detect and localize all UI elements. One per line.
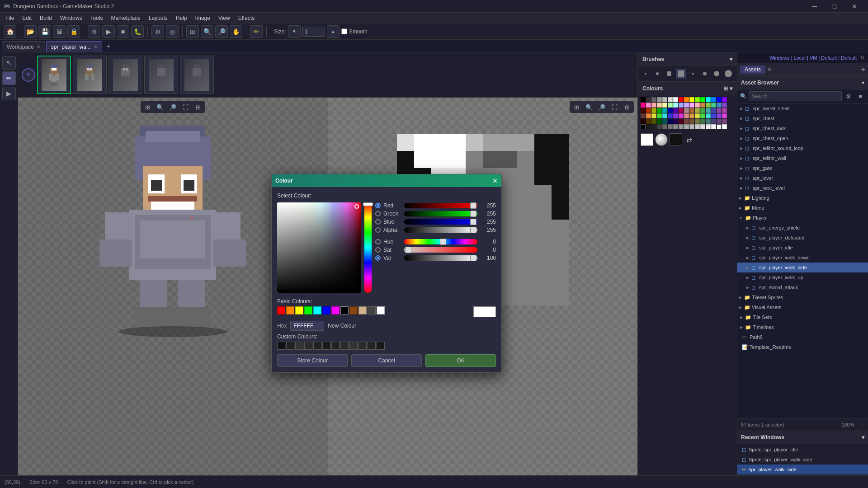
color-swatch[interactable] [700, 113, 705, 118]
menu-effects[interactable]: Effects [235, 14, 258, 22]
fit-btn[interactable]: ⛶ [179, 102, 191, 112]
color-swatch[interactable] [722, 119, 727, 124]
color-swatch[interactable] [673, 103, 678, 108]
colours-header[interactable]: Colours ⊞ ▾ [638, 82, 737, 95]
red-slider[interactable] [404, 203, 477, 208]
color-swatch[interactable] [700, 124, 705, 129]
right-fit-btn[interactable]: ⛶ [609, 102, 620, 112]
color-swatch[interactable] [651, 113, 656, 118]
color-swatch[interactable] [668, 103, 673, 108]
basic-swatch-tan[interactable] [359, 306, 367, 314]
color-swatch[interactable] [679, 108, 684, 113]
color-swatch[interactable] [711, 119, 716, 124]
color-swatch[interactable] [662, 108, 667, 113]
basic-swatch-red[interactable] [277, 306, 285, 314]
color-swatch[interactable] [641, 108, 646, 113]
color-swatch[interactable] [717, 103, 722, 108]
add-tab-button[interactable]: + [103, 41, 114, 52]
menu-help[interactable]: Help [172, 14, 191, 22]
recent-item-sprite-walk-side[interactable]: ◻ Sprite: spr_player_walk_side [737, 455, 868, 465]
color-blend-button[interactable] [655, 133, 668, 146]
ab-item-spr-gate[interactable]: ▶ ◻ spr_gate [737, 163, 868, 173]
brushes-header[interactable]: Brushes ▾ [638, 52, 737, 66]
zoom-fit-button[interactable]: ⊞ [186, 25, 199, 38]
colours-grid-btn[interactable]: ⊞ [723, 85, 728, 92]
close-button[interactable]: ✕ [844, 0, 864, 13]
color-swatch[interactable] [673, 108, 678, 113]
recent-item-sprite-idle[interactable]: ◻ Sprite: spr_player_idle [737, 445, 868, 455]
close-assets-btn[interactable]: ✕ [767, 66, 772, 73]
brush-dot-xl[interactable] [723, 69, 733, 79]
ab-sort-btn[interactable]: ≡ [855, 91, 865, 101]
menu-build[interactable]: Build [36, 14, 56, 22]
color-swatch[interactable] [651, 103, 656, 108]
open-file-button[interactable]: 📂 [24, 25, 37, 38]
home-button[interactable]: 🏠 [4, 25, 16, 38]
zoom-in-btn[interactable]: 🔎 [167, 102, 179, 112]
brush-1x1-round[interactable] [652, 69, 662, 79]
color-swatch[interactable] [684, 103, 689, 108]
ab-item-spr-barrel-small[interactable]: ▶ ◻ spr_barrel_small [737, 103, 868, 113]
sat-slider[interactable] [404, 247, 477, 253]
hex-input[interactable] [290, 321, 324, 331]
color-swatch[interactable] [673, 119, 678, 124]
brush-dot-md[interactable] [700, 69, 710, 79]
color-swatch[interactable] [673, 124, 678, 129]
color-swatch[interactable] [700, 108, 705, 113]
color-swatch[interactable] [662, 103, 667, 108]
color-swatch[interactable] [689, 103, 694, 108]
color-swatch[interactable] [657, 103, 662, 108]
color-swatch[interactable] [657, 97, 662, 102]
asset-browser-chevron[interactable]: ▾ [862, 80, 864, 86]
menu-image[interactable]: Image [192, 14, 214, 22]
color-swatch[interactable] [717, 97, 722, 102]
minimize-button[interactable]: ─ [805, 0, 825, 13]
ab-folder-timelines[interactable]: ▶ 📁 Timelines [737, 322, 868, 332]
custom-swatch-10[interactable] [359, 342, 367, 350]
view-options-btn[interactable]: ⊞ [192, 102, 204, 112]
val-slider[interactable] [404, 255, 477, 261]
color-swatch[interactable] [689, 124, 694, 129]
color-swatch[interactable] [657, 124, 662, 129]
color-swatch[interactable] [646, 108, 651, 113]
custom-swatch-12[interactable] [377, 342, 385, 350]
color-swatch[interactable] [662, 97, 667, 102]
color-swatch[interactable] [700, 119, 705, 124]
color-swatch[interactable] [657, 108, 662, 113]
blue-slider[interactable] [404, 219, 477, 225]
color-swatch[interactable] [722, 97, 727, 102]
color-swatch[interactable] [689, 108, 694, 113]
custom-swatch-2[interactable] [286, 342, 294, 350]
gear-button[interactable]: ⚙ [151, 25, 164, 38]
save-all-button[interactable]: 🖫 [53, 25, 66, 38]
menu-tools[interactable]: Tools [86, 14, 106, 22]
basic-swatch-cyan[interactable] [313, 306, 321, 314]
brush-4x4[interactable] [676, 69, 686, 79]
color-swatch[interactable] [695, 108, 700, 113]
refresh-btn[interactable]: ↻ [860, 55, 864, 61]
color-swatch[interactable] [684, 124, 689, 129]
ab-item-spr-player-walk-down[interactable]: ▶ ◻ spr_player_walk_down [737, 253, 868, 263]
smooth-checkbox[interactable] [341, 28, 347, 34]
custom-swatch-9[interactable] [349, 342, 358, 350]
color-swatch[interactable] [711, 113, 716, 118]
frame-1[interactable] [37, 56, 71, 94]
custom-swatch-4[interactable] [304, 342, 312, 350]
colour-dialog-close[interactable]: ✕ [492, 177, 498, 184]
ab-item-spr-sword-attack[interactable]: ▶ ◻ spr_sword_attack [737, 282, 868, 292]
ab-folder-lighting[interactable]: ▶ 📁 Lighting [737, 193, 868, 203]
add-frame-button[interactable]: + [22, 68, 35, 82]
debug-button[interactable]: 🐛 [131, 25, 144, 38]
ab-item-spr-editor-sound-loop[interactable]: ▶ ◻ spr_editor_sound_loop [737, 143, 868, 153]
color-swatch[interactable] [684, 113, 689, 118]
right-view-options-btn[interactable]: ⊞ [621, 102, 633, 112]
tab-workspace-close[interactable]: ✕ [37, 44, 40, 49]
color-swatch[interactable] [679, 97, 684, 102]
color-swatch[interactable] [679, 119, 684, 124]
alpha-slider[interactable] [404, 227, 477, 233]
ab-folder-player[interactable]: ▼ 📁 Player [737, 213, 868, 223]
brush-dot-sm[interactable] [688, 69, 698, 79]
color-swatch[interactable] [689, 119, 694, 124]
hue-radio[interactable] [375, 239, 381, 244]
ok-button[interactable]: OK [425, 354, 496, 367]
